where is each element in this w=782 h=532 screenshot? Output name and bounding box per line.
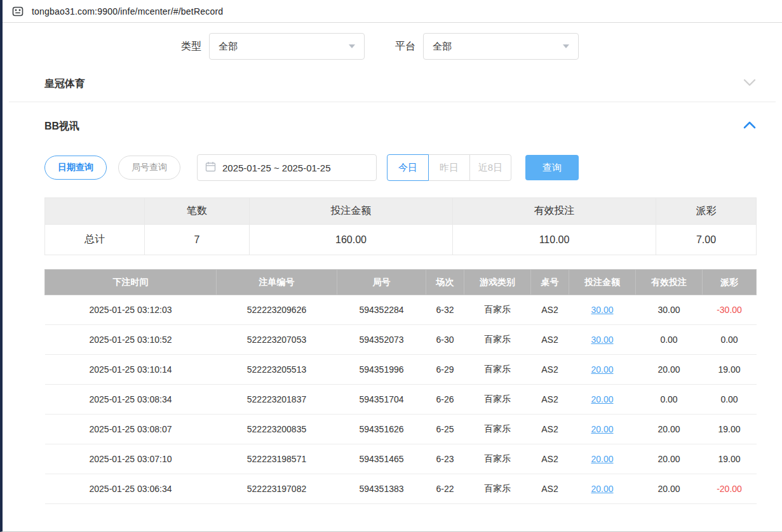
- chevron-down-icon: [349, 44, 355, 48]
- platform-select[interactable]: 全部: [423, 33, 579, 60]
- cell-session: 6-30: [426, 325, 464, 355]
- summary-header-count: 笔数: [145, 198, 250, 225]
- summary-header-payout: 派彩: [656, 198, 757, 225]
- cell-payout: 19.00: [703, 415, 757, 444]
- cell-round-no: 594351996: [337, 355, 426, 385]
- bet-amount-link[interactable]: 20.00: [591, 424, 613, 434]
- chevron-down-icon[interactable]: [743, 78, 756, 90]
- type-select-value: 全部: [219, 41, 238, 53]
- calendar-icon: [205, 161, 216, 174]
- cell-session: 6-25: [426, 415, 464, 444]
- summary-total-bet-amount: 160.00: [250, 225, 453, 255]
- cell-game-type: 百家乐: [464, 415, 531, 444]
- cell-game-type: 百家乐: [464, 325, 531, 355]
- yesterday-button[interactable]: 昨日: [428, 154, 470, 181]
- header-round-no: 局号: [337, 270, 426, 295]
- last8days-label: 近8日: [478, 162, 502, 174]
- cell-payout: 0.00: [703, 325, 757, 355]
- summary-header-row: 笔数 投注金额 有效投注 派彩: [45, 198, 757, 225]
- cell-table-no: AS2: [531, 295, 569, 325]
- type-label: 类型: [181, 40, 201, 53]
- date-query-label: 日期查询: [58, 162, 93, 173]
- cell-session: 6-32: [426, 295, 464, 325]
- table-row: 2025-01-25 03:06:34 522223197082 5943513…: [45, 474, 757, 504]
- cell-bet-time: 2025-01-25 03:08:34: [45, 385, 217, 415]
- cell-valid-bet: 0.00: [636, 325, 703, 355]
- summary-header-valid-bet: 有效投注: [453, 198, 656, 225]
- date-query-button[interactable]: 日期查询: [44, 156, 107, 180]
- bet-amount-link[interactable]: 20.00: [591, 484, 613, 494]
- table-row: 2025-01-25 03:12:03 522223209626 5943522…: [45, 295, 757, 325]
- section-crown-sports[interactable]: 皇冠体育: [44, 67, 756, 100]
- summary-header-bet-amount: 投注金额: [250, 198, 453, 225]
- header-bet-time: 下注时间: [45, 270, 217, 295]
- cell-session: 6-23: [426, 444, 464, 474]
- cell-bet-time: 2025-01-25 03:06:34: [45, 474, 217, 504]
- bet-amount-link[interactable]: 20.00: [591, 394, 613, 404]
- section-bb-video[interactable]: BB视讯: [44, 110, 756, 143]
- cell-table-no: AS2: [531, 355, 569, 385]
- bet-amount-link[interactable]: 30.00: [591, 335, 613, 345]
- cell-bet-time: 2025-01-25 03:08:07: [45, 415, 217, 444]
- header-payout: 派彩: [703, 270, 757, 295]
- summary-total-row: 总计 7 160.00 110.00 7.00: [45, 225, 757, 255]
- summary-total-valid-bet: 110.00: [453, 225, 656, 255]
- cell-table-no: AS2: [531, 444, 569, 474]
- date-shortcut-group: 今日 昨日 近8日: [387, 154, 511, 181]
- header-session: 场次: [426, 270, 464, 295]
- chevron-up-icon[interactable]: [743, 121, 756, 132]
- table-row: 2025-01-25 03:08:07 522223200835 5943516…: [45, 415, 757, 444]
- search-button[interactable]: 查询: [525, 155, 579, 180]
- cell-game-type: 百家乐: [464, 355, 531, 385]
- header-game-type: 游戏类别: [464, 270, 531, 295]
- bet-record-table: 下注时间 注单编号 局号 场次 游戏类别 桌号 投注金额 有效投注 派彩 202…: [44, 269, 757, 504]
- cell-payout: 0.00: [703, 385, 757, 415]
- cell-table-no: AS2: [531, 325, 569, 355]
- cell-session: 6-29: [426, 355, 464, 385]
- cell-order-no: 522223209626: [217, 295, 337, 325]
- cell-order-no: 522223207053: [217, 325, 337, 355]
- date-range-input[interactable]: 2025-01-25 ~ 2025-01-25: [197, 154, 377, 181]
- cell-bet-time: 2025-01-25 03:10:14: [45, 355, 217, 385]
- browser-address-bar[interactable]: tongbao31.com:9900/infe/mcenter/#/betRec…: [3, 0, 782, 23]
- cell-valid-bet: 0.00: [636, 385, 703, 415]
- top-filter-row: 类型 全部 平台 全部: [181, 33, 756, 60]
- cell-game-type: 百家乐: [464, 385, 531, 415]
- header-valid-bet: 有效投注: [636, 270, 703, 295]
- table-row: 2025-01-25 03:08:34 522223201837 5943517…: [45, 385, 757, 415]
- cell-order-no: 522223197082: [217, 474, 337, 504]
- cell-round-no: 594352073: [337, 325, 426, 355]
- cell-payout: -30.00: [703, 295, 757, 325]
- header-table-no: 桌号: [531, 270, 569, 295]
- cell-payout: 19.00: [703, 355, 757, 385]
- bet-amount-link[interactable]: 20.00: [591, 454, 613, 464]
- bet-amount-link[interactable]: 30.00: [591, 305, 613, 315]
- type-select[interactable]: 全部: [209, 33, 365, 60]
- section-divider: [9, 102, 776, 102]
- table-row: 2025-01-25 03:10:52 522223207053 5943520…: [45, 325, 757, 355]
- cell-session: 6-26: [426, 385, 464, 415]
- bet-amount-link[interactable]: 20.00: [591, 364, 613, 375]
- today-button[interactable]: 今日: [387, 154, 429, 181]
- cell-valid-bet: 20.00: [636, 415, 703, 444]
- cell-game-type: 百家乐: [464, 295, 531, 325]
- url-text[interactable]: tongbao31.com:9900/infe/mcenter/#/betRec…: [32, 6, 223, 17]
- last8days-button[interactable]: 近8日: [469, 154, 511, 181]
- cell-round-no: 594351465: [337, 444, 426, 474]
- round-query-button[interactable]: 局号查询: [118, 156, 180, 180]
- cell-order-no: 522223205513: [217, 355, 337, 385]
- round-query-label: 局号查询: [131, 162, 167, 173]
- chevron-down-icon: [563, 44, 569, 48]
- cell-game-type: 百家乐: [464, 444, 531, 474]
- cell-order-no: 522223198571: [217, 444, 337, 474]
- platform-label: 平台: [395, 40, 415, 53]
- bet-record-page: 类型 全部 平台 全部 皇冠体育 BB视讯 日期查询 局号查询: [3, 23, 782, 504]
- cell-bet-time: 2025-01-25 03:07:10: [45, 444, 217, 474]
- summary-total-label: 总计: [45, 225, 145, 255]
- cell-session: 6-22: [426, 474, 464, 504]
- browser-tab-icon[interactable]: [11, 5, 24, 18]
- cell-payout: 19.00: [703, 444, 757, 474]
- cell-table-no: AS2: [531, 474, 569, 504]
- platform-select-value: 全部: [433, 41, 452, 53]
- cell-round-no: 594351626: [337, 415, 426, 444]
